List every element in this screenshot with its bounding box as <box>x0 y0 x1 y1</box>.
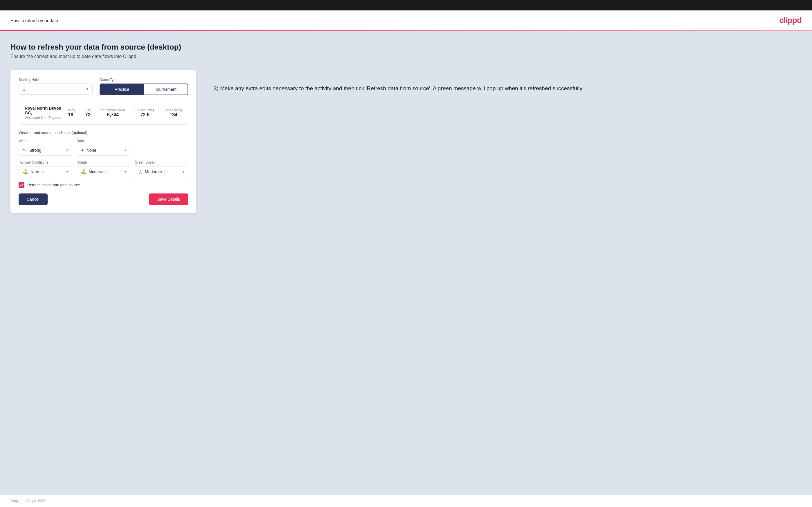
green-speed-arrow-icon: ▼ <box>182 170 185 173</box>
course-name: Royal North Devon GC, <box>25 106 66 115</box>
fairway-arrow-icon: ▼ <box>66 170 69 173</box>
fairway-group: Fairway Conditions ⛳ Normal ▼ <box>18 160 72 177</box>
wind-group: Wind 〜 Strong ▼ <box>18 139 72 156</box>
wind-label: Wind <box>18 139 72 143</box>
course-rating-label: Course rating <box>135 108 154 112</box>
green-speed-label: Green Speed <box>135 160 188 164</box>
wind-select-wrapper: 〜 Strong ▼ <box>18 145 72 156</box>
conditions-row: Fairway Conditions ⛳ Normal ▼ Rough ⛳ <box>18 160 188 177</box>
save-details-button[interactable]: Save Details <box>149 193 188 205</box>
rough-label: Rough <box>77 160 130 164</box>
rain-icon: ✦ <box>81 148 84 153</box>
holes-label: Holes <box>66 108 74 112</box>
weather-section-label: Weather and course conditions (optional) <box>18 130 188 135</box>
yards-value: 6,744 <box>107 112 119 117</box>
par-value: 72 <box>85 112 91 117</box>
game-type-toggle: Practice Tournament <box>100 83 188 95</box>
rain-arrow-icon: ▼ <box>124 149 127 152</box>
starting-hole-label: Starting Hole <box>18 78 93 82</box>
green-speed-group: Green Speed ◎ Moderate ▼ <box>135 160 188 177</box>
wind-icon: 〜 <box>22 147 27 154</box>
green-speed-select[interactable]: Moderate <box>145 167 177 177</box>
rough-icon: ⛳ <box>81 169 86 175</box>
course-rating-stat: Course rating 72.5 <box>135 108 154 117</box>
starting-hole-select-wrapper: 1 ▼ <box>18 83 93 95</box>
green-speed-select-wrapper: ◎ Moderate ▼ <box>135 166 188 177</box>
game-type-group: Game Type Practice Tournament <box>100 78 188 95</box>
rain-group: Rain ✦ None ▼ <box>77 139 130 156</box>
course-info: Royal North Devon GC, Westward Ho!, Engl… <box>18 101 188 125</box>
yards-label: Yards(White (M)) <box>101 108 125 112</box>
course-stats: Holes 18 Par 72 Yards(White (M)) 6,744 C… <box>66 108 182 117</box>
rain-label: Rain <box>77 139 130 143</box>
fairway-select-wrapper: ⛳ Normal ▼ <box>18 166 72 177</box>
page-title: How to refresh your data from source (de… <box>10 43 802 52</box>
content-row: Starting Hole 1 ▼ Game Type Practice Tou… <box>10 70 802 213</box>
rough-select-wrapper: ⛳ Moderate ▼ <box>77 166 130 177</box>
side-text: 3) Make any extra edits necessary to the… <box>214 70 802 93</box>
checkmark-icon <box>20 183 23 187</box>
button-row: Cancel Save Details <box>18 193 188 205</box>
holes-stat: Holes 18 <box>66 108 74 117</box>
rain-select[interactable]: None <box>87 145 119 156</box>
header-title: How to refresh your data <box>10 18 58 23</box>
wind-select[interactable]: Strong <box>29 145 61 156</box>
starting-hole-group: Starting Hole 1 ▼ <box>18 78 93 95</box>
tournament-button[interactable]: Tournament <box>144 84 188 95</box>
main-content: How to refresh your data from source (de… <box>0 31 812 495</box>
refresh-checkbox-row: Refresh shots from data source <box>18 182 188 188</box>
fairway-select[interactable]: Normal <box>31 167 61 177</box>
form-card: Starting Hole 1 ▼ Game Type Practice Tou… <box>10 70 196 213</box>
refresh-checkbox-label: Refresh shots from data source <box>27 183 80 187</box>
logo: clippd <box>779 16 802 25</box>
rough-select[interactable]: Moderate <box>89 167 119 177</box>
game-type-label: Game Type <box>100 78 188 82</box>
course-location: Westward Ho!, England <box>25 116 66 120</box>
course-name-block: Royal North Devon GC, Westward Ho!, Engl… <box>25 106 66 120</box>
course-rating-value: 72.5 <box>141 112 150 117</box>
practice-button[interactable]: Practice <box>100 84 144 95</box>
slope-rating-stat: Slope rating 134 <box>165 108 182 117</box>
copyright: Copyright Clippd 2022 <box>10 499 45 503</box>
page-subtitle: Ensure the correct and most up to date d… <box>10 54 802 59</box>
fairway-label: Fairway Conditions <box>18 160 72 164</box>
cancel-button[interactable]: Cancel <box>18 193 48 205</box>
starting-hole-select[interactable]: 1 <box>18 83 93 95</box>
par-stat: Par 72 <box>85 108 91 117</box>
wind-arrow-icon: ▼ <box>66 149 69 152</box>
form-row-top: Starting Hole 1 ▼ Game Type Practice Tou… <box>18 78 188 95</box>
top-bar <box>0 0 812 10</box>
holes-value: 18 <box>68 112 73 117</box>
wind-rain-row: Wind 〜 Strong ▼ Rain ✦ None <box>18 139 188 156</box>
rough-group: Rough ⛳ Moderate ▼ <box>77 160 130 177</box>
rain-select-wrapper: ✦ None ▼ <box>77 145 130 156</box>
rough-arrow-icon: ▼ <box>124 170 127 173</box>
slope-rating-label: Slope rating <box>165 108 182 112</box>
refresh-checkbox[interactable] <box>18 182 24 188</box>
fairway-icon: ⛳ <box>22 169 28 175</box>
slope-rating-value: 134 <box>169 112 177 117</box>
par-label: Par <box>85 108 90 112</box>
header: How to refresh your data clippd <box>0 10 812 30</box>
yards-stat: Yards(White (M)) 6,744 <box>101 108 125 117</box>
footer: Copyright Clippd 2022 <box>0 495 812 507</box>
green-speed-icon: ◎ <box>139 169 143 175</box>
